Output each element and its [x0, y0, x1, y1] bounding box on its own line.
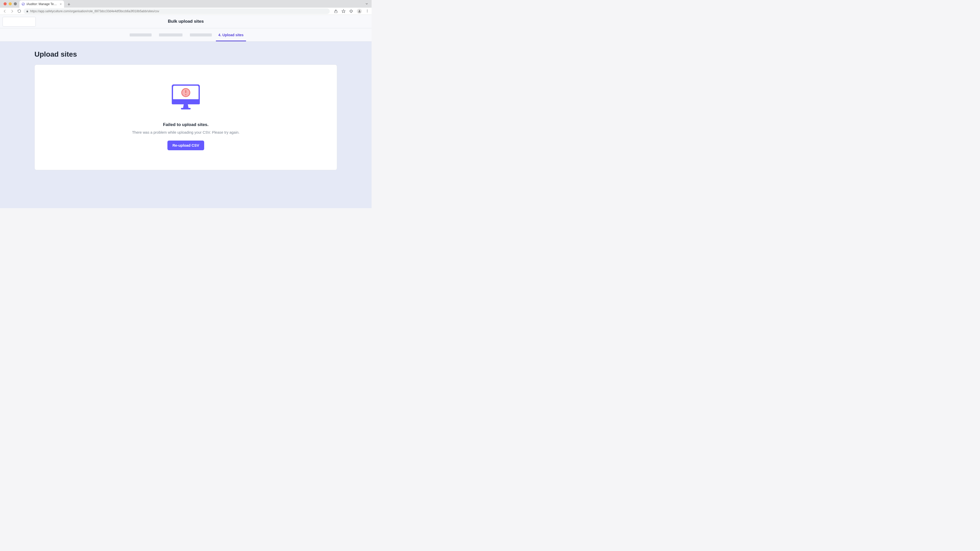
step-1[interactable]	[126, 28, 156, 41]
step-3[interactable]	[186, 28, 216, 41]
url-text: https://app.safetyculture.com/organisati…	[30, 10, 159, 13]
step-placeholder	[190, 33, 212, 37]
svg-point-6	[367, 11, 368, 12]
error-monitor-illustration	[172, 84, 200, 110]
svg-rect-11	[185, 90, 186, 93]
address-bar-actions	[331, 9, 369, 14]
page-title: Bulk upload sites	[168, 19, 204, 24]
window-close-dot[interactable]	[3, 2, 6, 5]
new-tab-button[interactable]	[65, 1, 72, 8]
upload-card: Failed to upload sites. There was a prob…	[35, 65, 337, 170]
svg-point-3	[359, 10, 360, 11]
browser-tab-active[interactable]: iAuditor: Manage Teams and In	[19, 0, 64, 8]
lock-icon	[26, 10, 29, 13]
content-wrap: Upload sites	[35, 41, 337, 180]
logo-placeholder	[3, 17, 36, 27]
page-heading: Upload sites	[35, 41, 337, 65]
reupload-csv-button[interactable]: Re-upload CSV	[167, 141, 204, 150]
window-min-dot[interactable]	[9, 2, 12, 5]
browser-chrome-right	[365, 2, 372, 6]
svg-point-5	[367, 11, 368, 11]
step-label: 4. Upload sites	[218, 33, 244, 37]
step-2[interactable]	[156, 28, 186, 41]
window-max-dot[interactable]	[14, 2, 17, 5]
svg-point-0	[22, 3, 25, 6]
svg-rect-9	[181, 108, 191, 110]
step-placeholder	[130, 33, 151, 37]
svg-point-4	[367, 10, 368, 10]
window-controls	[0, 2, 17, 5]
back-button[interactable]	[2, 8, 8, 14]
step-placeholder	[159, 33, 183, 37]
url-field[interactable]: https://app.safetyculture.com/organisati…	[24, 8, 330, 14]
browser-tab-bar: iAuditor: Manage Teams and In	[0, 0, 372, 8]
close-icon[interactable]	[59, 3, 62, 5]
reload-button[interactable]	[16, 8, 22, 14]
svg-rect-1	[27, 11, 28, 12]
chevron-down-icon[interactable]	[365, 2, 369, 6]
kebab-menu-icon[interactable]	[366, 9, 369, 13]
step-tabs: 4. Upload sites	[0, 28, 372, 41]
error-description: There was a problem while uploading your…	[132, 130, 239, 135]
svg-rect-8	[172, 99, 200, 104]
app-header: Bulk upload sites	[0, 15, 372, 28]
main-area: Upload sites	[0, 41, 372, 208]
favicon-icon	[21, 2, 25, 6]
profile-avatar[interactable]	[357, 9, 362, 14]
svg-point-12	[185, 94, 186, 95]
forward-button[interactable]	[9, 8, 15, 14]
browser-tab-title: iAuditor: Manage Teams and In	[27, 2, 58, 6]
extensions-icon[interactable]	[349, 9, 353, 13]
step-4-active[interactable]: 4. Upload sites	[216, 28, 246, 41]
browser-tabs: iAuditor: Manage Teams and In	[19, 0, 72, 8]
error-title: Failed to upload sites.	[163, 122, 209, 127]
share-icon[interactable]	[334, 9, 338, 13]
star-icon[interactable]	[342, 9, 345, 13]
browser-address-bar: https://app.safetyculture.com/organisati…	[0, 8, 372, 15]
